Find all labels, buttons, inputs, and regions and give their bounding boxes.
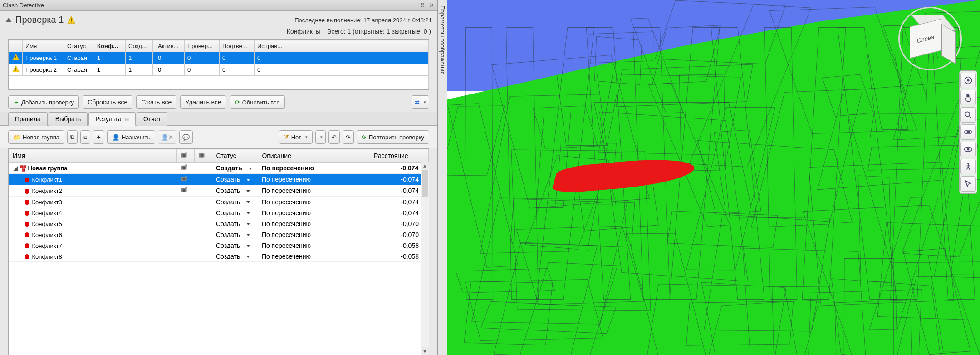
status-cell[interactable]: Создать bbox=[212, 207, 258, 218]
scroll-down-icon[interactable]: ▾ bbox=[421, 347, 429, 355]
look-button[interactable] bbox=[960, 142, 976, 157]
reset-all-button[interactable]: Сбросить все bbox=[83, 95, 132, 109]
results-row[interactable]: Конфликт1СоздатьПо пересечению-0,074 м bbox=[9, 174, 429, 185]
distance-cell: -0,070 м bbox=[370, 218, 429, 229]
col-status[interactable]: Статус bbox=[64, 40, 94, 52]
results-group-row[interactable]: ◢Новая группаСоздатьПо пересечению-0,074… bbox=[9, 163, 429, 174]
status-cell[interactable]: Создать bbox=[212, 197, 258, 207]
conflict-name: Конфликт2 bbox=[32, 187, 62, 194]
pan-button[interactable] bbox=[960, 90, 976, 105]
status-cell[interactable]: Создать bbox=[212, 229, 258, 240]
col-conflicts[interactable]: Конф... bbox=[94, 40, 123, 52]
steering-wheel-button[interactable] bbox=[960, 73, 976, 88]
display-params-tab[interactable]: Параметры отображения bbox=[438, 0, 447, 355]
compact-all-button[interactable]: Сжать все bbox=[136, 95, 176, 109]
status-cell[interactable]: Создать bbox=[212, 218, 258, 229]
next-button[interactable]: ↷ bbox=[343, 130, 354, 144]
tests-header-row: Имя Статус Конф... Созд... Актив... Пров… bbox=[9, 40, 429, 52]
new-group-button[interactable]: 📁Новая группа bbox=[8, 130, 64, 144]
results-row[interactable]: Конфликт4СоздатьПо пересечению-0,074 м bbox=[9, 207, 429, 218]
select-button[interactable] bbox=[960, 176, 976, 192]
col-name[interactable]: Имя bbox=[9, 149, 177, 163]
col-camera-2[interactable] bbox=[195, 149, 212, 163]
svg-point-27 bbox=[967, 79, 970, 82]
svg-rect-2 bbox=[71, 21, 72, 22]
filter-dropdown-button[interactable]: ▾ bbox=[315, 130, 326, 144]
unassign-button[interactable]: 👤✕ bbox=[158, 130, 176, 144]
group-button-1[interactable]: ⧉ bbox=[67, 130, 78, 144]
update-all-button[interactable]: ⟳Обновить все bbox=[230, 95, 285, 109]
status-dot-icon bbox=[24, 211, 29, 216]
description-cell: По пересечению bbox=[258, 240, 370, 251]
test-status: Старая bbox=[64, 64, 94, 76]
svg-point-21 bbox=[182, 178, 185, 180]
results-row[interactable]: Конфликт7СоздатьПо пересечению-0,058 м bbox=[9, 240, 429, 251]
walk-button[interactable] bbox=[960, 159, 976, 174]
status-cell[interactable]: Создать bbox=[212, 163, 258, 174]
results-row[interactable]: Конфликт8СоздатьПо пересечению-0,058 м bbox=[9, 251, 429, 262]
titlebar[interactable]: Clash Detective ⠿ ✕ bbox=[0, 0, 437, 11]
assign-button[interactable]: 👤Назначить bbox=[107, 130, 155, 144]
tests-row[interactable]: Проверка 2Старая110000 bbox=[9, 64, 429, 76]
conflict-name: Конфликт7 bbox=[32, 242, 62, 249]
conflict-summary: Конфликты – Всего: 1 (открытые: 1 закрыт… bbox=[0, 27, 437, 39]
scrollbar[interactable]: ▴ ▾ bbox=[421, 162, 429, 355]
test-status: Старая bbox=[64, 52, 94, 64]
svg-point-13 bbox=[201, 154, 203, 157]
col-active[interactable]: Актив... bbox=[155, 40, 182, 52]
import-export-button[interactable]: ⇄▾ bbox=[412, 95, 429, 109]
distance-cell: -0,074 м bbox=[370, 185, 429, 197]
explode-button[interactable]: ✦ bbox=[93, 130, 104, 144]
results-row[interactable]: Конфликт6СоздатьПо пересечению-0,070 м bbox=[9, 229, 429, 240]
test-conflicts: 1 bbox=[94, 64, 123, 76]
close-icon[interactable]: ✕ bbox=[428, 2, 435, 9]
viewport-3d[interactable]: Слева bbox=[447, 0, 980, 355]
group-button-2[interactable]: ⧈ bbox=[80, 130, 90, 144]
status-cell[interactable]: Создать bbox=[212, 240, 258, 251]
filter-none-button[interactable]: ⧩Нет▾ bbox=[279, 130, 313, 144]
col-confirmed[interactable]: Подтве... bbox=[220, 40, 252, 52]
col-camera-1[interactable] bbox=[177, 149, 195, 163]
camera-icon bbox=[181, 152, 189, 158]
scroll-thumb[interactable] bbox=[422, 170, 428, 197]
folder-new-icon: 📁 bbox=[13, 134, 20, 141]
prev-button[interactable]: ↶ bbox=[328, 130, 340, 144]
orbit-button[interactable] bbox=[960, 124, 976, 140]
col-description[interactable]: Описание bbox=[258, 149, 370, 163]
tab-report[interactable]: Отчет bbox=[137, 112, 167, 126]
pin-icon[interactable]: ⠿ bbox=[419, 2, 426, 9]
col-distance[interactable]: Расстояние bbox=[370, 149, 429, 163]
refresh-icon: ⟳ bbox=[362, 134, 367, 141]
tab-select[interactable]: Выбрать bbox=[49, 112, 88, 126]
tab-rules[interactable]: Правила bbox=[8, 112, 48, 126]
collapse-toggle[interactable] bbox=[5, 18, 12, 22]
add-test-button[interactable]: ＋Добавить проверку bbox=[8, 95, 79, 109]
status-cell[interactable]: Создать bbox=[212, 251, 258, 262]
col-checked[interactable]: Провер... bbox=[185, 40, 217, 52]
view-cube[interactable]: Слева bbox=[903, 11, 957, 66]
results-row[interactable]: Конфликт2СоздатьПо пересечению-0,074 м bbox=[9, 185, 429, 197]
svg-rect-25 bbox=[185, 187, 187, 189]
description-cell: По пересечению bbox=[258, 163, 370, 174]
distance-cell: -0,074 м bbox=[370, 197, 429, 207]
scroll-up-icon[interactable]: ▴ bbox=[421, 162, 429, 169]
rerun-button[interactable]: ⟳Повторить проверку bbox=[357, 130, 429, 144]
results-row[interactable]: Конфликт5СоздатьПо пересечению-0,070 м bbox=[9, 218, 429, 229]
collapse-icon[interactable]: ◢ bbox=[13, 165, 18, 172]
zoom-button[interactable] bbox=[960, 107, 976, 123]
tests-row[interactable]: Проверка 1Старая110000 bbox=[9, 52, 429, 64]
col-status[interactable]: Статус bbox=[212, 149, 258, 163]
svg-rect-5 bbox=[15, 59, 16, 59]
comment-button[interactable]: 💬 bbox=[179, 130, 193, 144]
results-row[interactable]: Конфликт3СоздатьПо пересечению-0,074 м bbox=[9, 197, 429, 207]
warning-icon bbox=[9, 52, 23, 64]
delete-all-button[interactable]: Удалить все bbox=[180, 95, 226, 109]
col-fixed[interactable]: Исправ... bbox=[255, 40, 287, 52]
col-created[interactable]: Созд... bbox=[126, 40, 153, 52]
col-name[interactable]: Имя bbox=[23, 40, 64, 52]
results-table: Имя Статус Описание Расстояние ◢Новая гр… bbox=[8, 148, 429, 355]
tab-results[interactable]: Результаты bbox=[88, 112, 136, 126]
status-cell[interactable]: Создать bbox=[212, 174, 258, 185]
status-dot-icon bbox=[24, 222, 29, 227]
status-cell[interactable]: Создать bbox=[212, 185, 258, 197]
